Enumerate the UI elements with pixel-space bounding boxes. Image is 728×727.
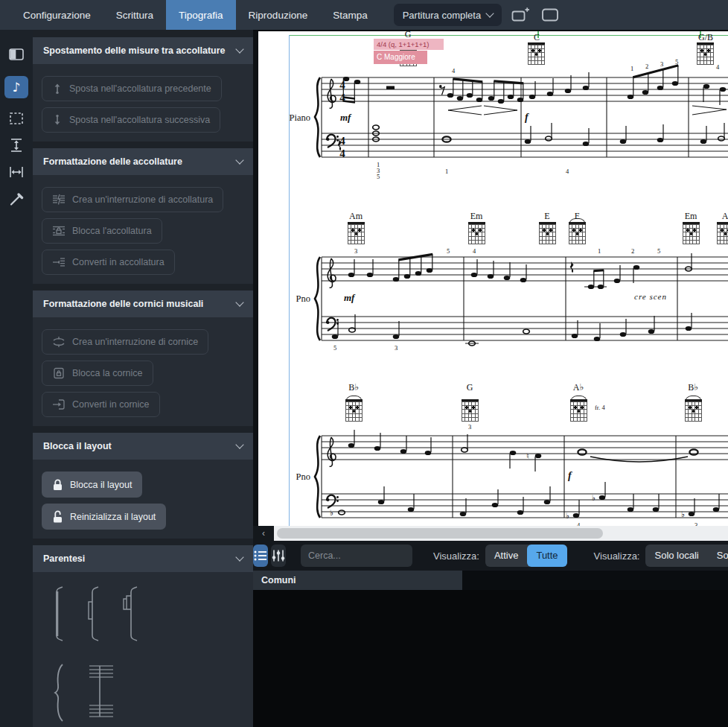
- signpost-key-signature[interactable]: C Maggiore: [374, 51, 427, 64]
- knife-icon: [8, 191, 25, 207]
- bracket-plain-option[interactable]: [52, 585, 68, 642]
- tool-frames[interactable]: [4, 107, 28, 130]
- svg-text:5: 5: [657, 247, 660, 255]
- reset-layout-button[interactable]: Reinizializza il layout: [42, 504, 166, 530]
- move-to-next-system-button[interactable]: Sposta nell'accollatura successiva: [42, 107, 220, 133]
- score-area-gutter: [253, 31, 258, 541]
- filter-tutte-option[interactable]: Tutte: [527, 545, 566, 567]
- tab-stampa[interactable]: Stampa: [320, 0, 380, 30]
- view-filter-label: Visualizza:: [433, 550, 479, 562]
- svg-text:mf: mf: [344, 292, 356, 303]
- svg-text:F: F: [575, 211, 580, 221]
- svg-text:Em: Em: [685, 211, 697, 221]
- staff-label[interactable]: Pno: [296, 472, 310, 482]
- panel-toggle-icon: [8, 47, 25, 62]
- chevron-down-icon: [235, 156, 243, 164]
- lock-system-button[interactable]: Blocca l'accollatura: [42, 218, 162, 244]
- section-move-bars: Spostamento delle misure tra accollature…: [33, 37, 253, 142]
- section-title: Formattazione delle accollature: [43, 156, 182, 167]
- filter-solo-globali-option[interactable]: Solo globali: [708, 545, 728, 567]
- move-to-previous-system-button[interactable]: Sposta nell'accollatura precedente: [42, 76, 222, 101]
- layout-selector-dropdown[interactable]: Partitura completa: [394, 4, 502, 26]
- active-filter-segmented: Attive Tutte: [485, 545, 567, 567]
- arrow-up-icon: [52, 83, 63, 95]
- convert-to-frame-button[interactable]: Converti in cornice: [42, 392, 160, 417]
- chord-symbols[interactable]: G C G/B Am Em E F Em A B♭ G A♭ B♭ fr. 4: [348, 31, 728, 411]
- svg-text:3: 3: [660, 60, 663, 68]
- layout-selector-label: Partitura completa: [403, 10, 482, 21]
- clefs[interactable]: [326, 79, 339, 508]
- svg-text:5: 5: [447, 247, 450, 255]
- barline-join-option[interactable]: [83, 663, 118, 723]
- svg-text:4: 4: [452, 67, 456, 74]
- section-header[interactable]: Blocca il layout: [33, 433, 253, 460]
- list-icon: [253, 549, 268, 562]
- properties-list-view-button[interactable]: [253, 545, 268, 567]
- staff-label[interactable]: Pno: [296, 293, 310, 304]
- new-window-icon: [511, 7, 530, 23]
- section-header[interactable]: Formattazione delle accollature: [33, 148, 253, 175]
- top-mode-bar: Configurazione Scrittura Tipografia Ripr…: [0, 0, 728, 30]
- brace-option[interactable]: [52, 663, 67, 723]
- section-header[interactable]: Spostamento delle misure tra accollature: [33, 37, 253, 64]
- convert-to-system-button[interactable]: Converti in accollatura: [42, 250, 175, 275]
- music-notation[interactable]: 4 4 4 4 Piano Pno Pno G C G/B Am Em E F …: [258, 31, 728, 526]
- score-page[interactable]: 4 4 4 4 Piano Pno Pno G C G/B Am Em E F …: [258, 31, 728, 526]
- svg-text:3: 3: [395, 344, 397, 352]
- tool-staff-spacing[interactable]: [4, 134, 28, 156]
- svg-text:A: A: [722, 211, 728, 221]
- properties-group-comuni[interactable]: Comuni: [253, 571, 462, 590]
- system-break-icon: [52, 194, 66, 206]
- section-header[interactable]: Parentesi: [33, 545, 253, 572]
- svg-text:3: 3: [354, 247, 357, 255]
- dynamics[interactable]: mf f mf cre scen f: [340, 112, 667, 481]
- scroll-left-button[interactable]: ‹: [253, 526, 274, 541]
- bracket-sub-option[interactable]: [85, 585, 104, 642]
- svg-text:2: 2: [645, 63, 648, 70]
- bracket-double-sub-option[interactable]: [121, 585, 143, 642]
- svg-text:f: f: [568, 470, 572, 481]
- sliders-icon: [271, 549, 286, 562]
- lock-layout-button[interactable]: Blocca il layout: [42, 472, 142, 498]
- create-frame-break-button[interactable]: Crea un'interruzione di cornice: [42, 329, 208, 355]
- signpost-time-signature[interactable]: 4/4 (q, 1+1+1+1): [374, 39, 444, 50]
- svg-text:G: G: [467, 382, 473, 393]
- lock-frame-button[interactable]: Blocca la cornice: [42, 361, 153, 386]
- section-header[interactable]: Formattazione delle cornici musicali: [33, 291, 253, 317]
- arrow-down-icon: [52, 114, 63, 126]
- tool-graphic-slice[interactable]: [4, 188, 28, 210]
- tool-graphic-editing[interactable]: ♪: [4, 76, 28, 98]
- svg-text:E: E: [544, 211, 549, 221]
- button-label: Sposta nell'accollatura precedente: [69, 83, 211, 94]
- properties-filter-view-button[interactable]: [271, 545, 286, 567]
- svg-text:♭: ♭: [592, 493, 596, 502]
- hairpins[interactable]: [448, 106, 727, 462]
- open-lock-icon: [52, 510, 63, 523]
- create-system-break-button[interactable]: Crea un'interruzione di accollatura: [42, 187, 223, 212]
- scope-filter-label: Visualizza:: [594, 550, 640, 562]
- tab-configurazione[interactable]: Configurazione: [10, 0, 103, 30]
- tab-riproduzione[interactable]: Riproduzione: [236, 0, 321, 30]
- filter-solo-locali-option[interactable]: Solo locali: [645, 545, 707, 567]
- section-system-formatting: Formattazione delle accollature Crea un'…: [33, 148, 253, 284]
- properties-search-input[interactable]: [301, 545, 412, 567]
- svg-text:5: 5: [333, 344, 336, 352]
- tab-scrittura[interactable]: Scrittura: [103, 0, 166, 30]
- tool-note-spacing[interactable]: [4, 161, 28, 183]
- notes-system-1[interactable]: [338, 66, 727, 150]
- group-header-label: Comuni: [261, 575, 296, 585]
- tab-tipografia[interactable]: Tipografia: [166, 0, 236, 30]
- properties-panel-header: Visualizza: Attive Tutte Visualizza: Sol…: [253, 541, 728, 571]
- notes-system-3[interactable]: ♮ ♭ ♭ ♭ ♭: [330, 430, 719, 520]
- svg-text:5: 5: [377, 173, 380, 180]
- button-label: Reinizializza il layout: [70, 512, 156, 522]
- filter-attive-option[interactable]: Attive: [485, 545, 528, 567]
- new-window-button[interactable]: [509, 5, 531, 25]
- horizontal-scrollbar-thumb[interactable]: [277, 528, 603, 539]
- staff-label[interactable]: Piano: [290, 112, 310, 123]
- single-window-button[interactable]: [539, 5, 561, 25]
- panel-toggle-button[interactable]: [4, 43, 28, 66]
- button-label: Sposta nell'accollatura successiva: [69, 115, 210, 125]
- window-icon: [541, 7, 559, 22]
- marquee-icon: [8, 111, 25, 126]
